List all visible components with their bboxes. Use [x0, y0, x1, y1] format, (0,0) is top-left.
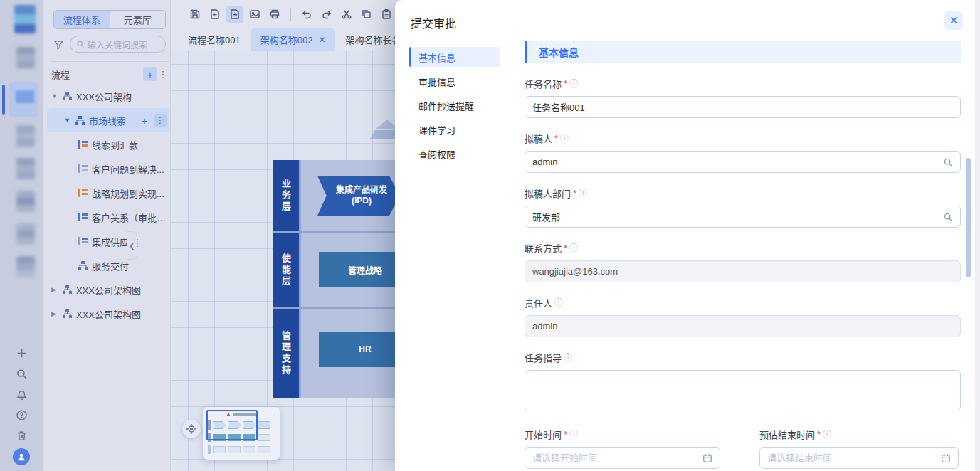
add-icon[interactable] [14, 345, 29, 361]
info-icon[interactable]: ⓘ [823, 430, 831, 439]
minimap[interactable] [203, 407, 280, 460]
tree-node[interactable]: 线索到汇款 [47, 132, 169, 157]
import-icon[interactable] [206, 6, 223, 23]
tab-process-system[interactable]: 流程体系 [54, 11, 110, 28]
undo-icon[interactable] [298, 6, 315, 23]
field-label: 责任人ⓘ [525, 296, 961, 309]
tree-node[interactable]: 客户关系（审批中） [47, 205, 169, 229]
layer-label[interactable]: 业务层 [273, 160, 299, 231]
help-icon[interactable] [14, 407, 29, 423]
drafter-input[interactable] [532, 157, 943, 167]
user-avatar[interactable] [13, 448, 30, 465]
info-icon[interactable]: ⓘ [564, 354, 572, 362]
search-icon[interactable] [14, 366, 29, 381]
paste-icon[interactable] [378, 6, 395, 23]
bell-icon[interactable] [14, 386, 29, 402]
caret-right-icon[interactable]: ▶ [51, 286, 58, 293]
nav-item-courseware[interactable]: 课件学习 [409, 120, 500, 139]
field-label: 拟稿人*ⓘ [525, 132, 961, 145]
minimap-row [208, 445, 275, 454]
drafter-input-wrap [525, 151, 961, 173]
more-options-icon[interactable]: ⋮ [157, 67, 169, 81]
sidebar-module-icon[interactable] [16, 223, 35, 245]
info-icon[interactable]: ⓘ [560, 134, 569, 143]
app-logo[interactable] [14, 5, 36, 33]
sidebar-module-icon[interactable] [16, 158, 35, 179]
tree-node[interactable]: 战略规划到实现... [47, 181, 169, 205]
doc-tab[interactable]: 流程名称001 [178, 28, 251, 51]
task-name-input[interactable] [532, 102, 953, 112]
search-icon [76, 40, 85, 48]
calendar-icon[interactable] [941, 453, 951, 463]
save-icon[interactable] [186, 6, 204, 23]
process-icon [78, 140, 88, 149]
tree-node[interactable]: 集成供应链 [47, 229, 169, 253]
label-text: 联系方式 [525, 241, 562, 255]
doc-tab-active[interactable]: 架构名称002✕ [251, 28, 336, 51]
tree-node[interactable]: 客户问题到解决... [47, 157, 169, 181]
submit-approval-drawer: 提交审批 ✕ 基本信息 审批信息 邮件抄送提醒 课件学习 查阅权限 基本信息 任… [395, 0, 980, 471]
nav-item-approval-info[interactable]: 审批信息 [409, 71, 500, 91]
calendar-icon[interactable] [702, 453, 712, 463]
tree-node[interactable]: ▼ XXX公司架构 [47, 84, 169, 108]
add-process-button[interactable]: + [143, 67, 157, 81]
divider [515, 41, 515, 471]
redo-icon[interactable] [318, 6, 335, 23]
add-child-button[interactable]: + [139, 115, 149, 127]
drawer-form: 基本信息 任务名称*ⓘ 拟稿人*ⓘ [525, 41, 961, 471]
layer-label[interactable]: 管理支持 [273, 309, 299, 398]
start-time-input[interactable] [532, 453, 702, 463]
nav-item-email-cc[interactable]: 邮件抄送提醒 [409, 95, 500, 115]
sitemap-icon [63, 285, 72, 294]
locate-button[interactable] [182, 420, 201, 438]
tree-search-input[interactable]: 输入关键词搜索 [70, 36, 166, 53]
tree-node[interactable]: 服务交付 [47, 253, 169, 277]
drafter-dept-input[interactable] [532, 211, 943, 222]
export-icon[interactable] [226, 6, 243, 23]
print-icon[interactable] [266, 6, 283, 23]
layer-label[interactable]: 使能层 [273, 233, 299, 307]
image-icon[interactable] [246, 6, 263, 23]
search-icon[interactable] [943, 212, 953, 222]
close-tab-icon[interactable]: ✕ [318, 35, 325, 45]
more-options-icon[interactable]: ⋮ [154, 114, 167, 127]
tree-node-selected[interactable]: ▼ 市场线索 + ⋮ [47, 108, 169, 132]
close-icon[interactable]: ✕ [944, 11, 963, 30]
field-label: 任务名称*ⓘ [525, 77, 961, 90]
tree-node[interactable]: ▶ XXX公司架构图 [47, 277, 169, 302]
field-label: 任务指导ⓘ [525, 351, 961, 364]
sidebar-module-icon[interactable] [16, 125, 35, 147]
sidebar-module-icon[interactable] [16, 191, 35, 212]
search-icon[interactable] [943, 157, 953, 167]
info-icon[interactable]: ⓘ [569, 80, 578, 88]
diagram-node-ipd[interactable]: 集成产品研发 (IPD) [317, 176, 400, 216]
tree-node[interactable]: ▶ XXX公司架构图 [47, 302, 169, 326]
sidebar-module-icon-active[interactable] [16, 90, 34, 103]
page-scrollbar-track[interactable] [975, 0, 980, 471]
drawer-scrollbar-thumb[interactable] [966, 158, 971, 277]
info-icon[interactable]: ⓘ [569, 244, 578, 253]
doc-tab-label: 架构名称002 [260, 33, 313, 46]
copy-icon[interactable] [358, 6, 375, 23]
sidebar-module-icon[interactable] [16, 47, 35, 68]
tree-node-label: XXX公司架构 [76, 90, 132, 103]
guidance-textarea[interactable] [525, 370, 961, 411]
panel-collapse-handle[interactable]: ❮ [127, 231, 137, 260]
nav-item-basic-info[interactable]: 基本信息 [409, 47, 500, 67]
sidebar-module-icon[interactable] [16, 256, 35, 277]
caret-down-icon[interactable]: ▼ [64, 117, 71, 124]
tab-element-library[interactable]: 元素库 [110, 11, 166, 28]
cut-icon[interactable] [338, 6, 355, 23]
nav-item-view-permission[interactable]: 查阅权限 [409, 144, 500, 164]
field-label: 开始时间*ⓘ [525, 428, 720, 441]
tree-section-header: 流程 + ⋮ [51, 65, 169, 83]
minimap-viewport[interactable] [206, 410, 258, 440]
trash-icon[interactable] [14, 428, 29, 443]
info-icon[interactable]: ⓘ [554, 299, 563, 307]
info-icon[interactable]: ⓘ [579, 189, 587, 198]
filter-icon[interactable] [53, 39, 64, 50]
caret-right-icon[interactable]: ▶ [51, 310, 58, 317]
info-icon[interactable]: ⓘ [569, 430, 578, 439]
caret-down-icon[interactable]: ▼ [51, 92, 58, 100]
end-time-input[interactable] [767, 453, 941, 463]
